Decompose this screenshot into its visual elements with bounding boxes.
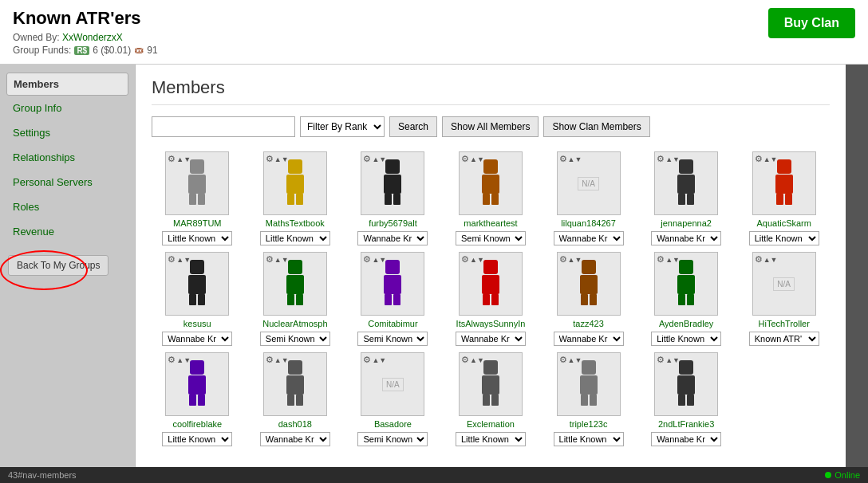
gear-icon[interactable]: ⚙ bbox=[363, 254, 371, 265]
sort-arrows[interactable]: ▲▼ bbox=[372, 356, 386, 364]
sort-arrows[interactable]: ▲▼ bbox=[274, 256, 289, 264]
gear-icon[interactable]: ⚙ bbox=[266, 154, 274, 164]
sort-arrows[interactable]: ▲▼ bbox=[665, 356, 680, 364]
rank-select[interactable]: Little KnownWannabe KrSemi KnownKnown AT… bbox=[162, 432, 232, 446]
sort-arrows[interactable]: ▲▼ bbox=[470, 356, 484, 364]
rank-select[interactable]: Little KnownWannabe KrSemi KnownKnown AT… bbox=[357, 231, 428, 245]
member-name[interactable]: Comitabimur bbox=[368, 319, 417, 328]
rank-select[interactable]: Little KnownWannabe KrSemi KnownKnown AT… bbox=[260, 432, 330, 446]
gear-icon[interactable]: ⚙ bbox=[266, 355, 274, 365]
show-clan-button[interactable]: Show Clan Members bbox=[543, 116, 649, 137]
rank-select[interactable]: Little KnownWannabe KrSemi KnownKnown AT… bbox=[554, 332, 624, 346]
rank-select[interactable]: Little KnownWannabe KrSemi KnownKnown AT… bbox=[651, 432, 721, 446]
sort-arrows[interactable]: ▲▼ bbox=[665, 256, 680, 264]
member-name[interactable]: MAR89TUM bbox=[173, 218, 222, 228]
rank-select[interactable]: Little KnownWannabe KrSemi KnownKnown AT… bbox=[456, 332, 526, 346]
gear-icon[interactable]: ⚙ bbox=[363, 154, 371, 164]
sidebar-item-roles[interactable]: Roles bbox=[0, 194, 135, 219]
gear-icon[interactable]: ⚙ bbox=[559, 254, 567, 265]
member-name[interactable]: 2ndLtFrankie3 bbox=[658, 419, 714, 429]
rank-select[interactable]: Little KnownWannabe KrSemi KnownKnown AT… bbox=[357, 432, 428, 446]
sort-arrows[interactable]: ▲▼ bbox=[763, 155, 778, 163]
member-name[interactable]: MathsTextbook bbox=[266, 218, 325, 228]
gear-icon[interactable]: ⚙ bbox=[755, 154, 763, 164]
sort-arrows[interactable]: ▲▼ bbox=[763, 256, 778, 264]
member-name[interactable]: HiTechTroller bbox=[759, 319, 810, 328]
gear-icon[interactable]: ⚙ bbox=[168, 355, 176, 365]
sort-arrows[interactable]: ▲▼ bbox=[665, 155, 680, 163]
sidebar-item-personal-servers[interactable]: Personal Servers bbox=[0, 170, 135, 194]
gear-icon[interactable]: ⚙ bbox=[657, 254, 665, 265]
gear-icon[interactable]: ⚙ bbox=[363, 355, 371, 365]
rank-select[interactable]: Little KnownWannabe KrSemi KnownKnown AT… bbox=[260, 231, 330, 245]
search-button[interactable]: Search bbox=[389, 116, 437, 137]
sort-arrows[interactable]: ▲▼ bbox=[274, 356, 289, 364]
right-chrome bbox=[846, 65, 868, 467]
sidebar-item-revenue[interactable]: Revenue bbox=[0, 219, 135, 244]
online-label: Online bbox=[834, 470, 860, 480]
member-name[interactable]: NuclearAtmosph bbox=[262, 319, 327, 328]
gear-icon[interactable]: ⚙ bbox=[461, 355, 469, 365]
rank-select[interactable]: Little KnownWannabe KrSemi KnownKnown AT… bbox=[357, 332, 428, 346]
gear-icon[interactable]: ⚙ bbox=[559, 154, 567, 164]
sort-arrows[interactable]: ▲▼ bbox=[372, 256, 386, 264]
member-name[interactable]: marktheartest bbox=[464, 218, 517, 228]
rank-select[interactable]: Little KnownWannabe KrSemi KnownKnown AT… bbox=[260, 332, 330, 346]
gear-icon[interactable]: ⚙ bbox=[461, 254, 469, 265]
rank-select[interactable]: Little KnownWannabe KrSemi KnownKnown AT… bbox=[749, 231, 819, 245]
member-name[interactable]: Basadore bbox=[374, 419, 412, 429]
rank-select[interactable]: Little KnownWannabe KrSemi KnownKnown AT… bbox=[456, 231, 526, 245]
sidebar-item-group-info[interactable]: Group Info bbox=[0, 96, 135, 120]
sort-arrows[interactable]: ▲▼ bbox=[568, 256, 582, 264]
rank-select[interactable]: Little KnownWannabe KrSemi KnownKnown AT… bbox=[554, 432, 624, 446]
rank-select[interactable]: Little KnownWannabe KrSemi KnownKnown AT… bbox=[456, 432, 526, 446]
sort-arrows[interactable]: ▲▼ bbox=[470, 256, 484, 264]
sidebar-item-settings[interactable]: Settings bbox=[0, 120, 135, 145]
show-all-button[interactable]: Show All Members bbox=[442, 116, 539, 137]
rank-filter-select[interactable]: Filter By Rank Little Known Wannabe Kr S… bbox=[300, 116, 385, 137]
sidebar-item-members[interactable]: Members bbox=[6, 73, 128, 96]
member-name[interactable]: coolfireblake bbox=[172, 419, 222, 429]
gear-icon[interactable]: ⚙ bbox=[755, 254, 763, 265]
sort-arrows[interactable]: ▲▼ bbox=[176, 256, 191, 264]
rank-select[interactable]: Little KnownWannabe KrSemi KnownKnown AT… bbox=[749, 332, 819, 346]
member-name[interactable]: ItsAlwaysSunnyIn bbox=[456, 319, 526, 328]
back-to-groups-button[interactable]: Back To My Groups bbox=[8, 255, 108, 276]
rank-select[interactable]: Little KnownWannabe KrSemi KnownKnown AT… bbox=[162, 332, 232, 346]
gear-icon[interactable]: ⚙ bbox=[657, 154, 665, 164]
rank-select[interactable]: Little KnownWannabe KrSemi KnownKnown AT… bbox=[651, 332, 721, 346]
content-area: Members Filter By Rank Little Known Wann… bbox=[136, 65, 846, 467]
online-dot bbox=[825, 472, 831, 478]
sort-arrows[interactable]: ▲▼ bbox=[372, 155, 386, 163]
sort-arrows[interactable]: ▲▼ bbox=[176, 356, 191, 364]
owner-name-link[interactable]: XxWonderzxX bbox=[62, 32, 123, 43]
sort-arrows[interactable]: ▲▼ bbox=[568, 155, 582, 163]
gear-icon[interactable]: ⚙ bbox=[657, 355, 665, 365]
member-name[interactable]: tazz423 bbox=[573, 319, 604, 328]
gear-icon[interactable]: ⚙ bbox=[461, 154, 469, 164]
member-name[interactable]: AydenBradley bbox=[659, 319, 713, 328]
member-name[interactable]: Exclemation bbox=[467, 419, 515, 429]
gear-icon[interactable]: ⚙ bbox=[168, 254, 176, 265]
member-name[interactable]: triple123c bbox=[570, 419, 608, 429]
member-name[interactable]: kesusu bbox=[183, 319, 211, 328]
sidebar-item-relationships[interactable]: Relationships bbox=[0, 145, 135, 170]
sort-arrows[interactable]: ▲▼ bbox=[470, 155, 484, 163]
member-name[interactable]: lilquan184267 bbox=[561, 218, 616, 228]
member-name[interactable]: AquaticSkarm bbox=[756, 218, 811, 228]
search-input[interactable] bbox=[152, 116, 295, 137]
avatar-figure bbox=[279, 260, 311, 308]
gear-icon[interactable]: ⚙ bbox=[168, 154, 176, 164]
rank-select[interactable]: Little KnownWannabe KrSemi KnownKnown AT… bbox=[554, 231, 624, 245]
buy-clan-button[interactable]: Buy Clan bbox=[768, 8, 855, 38]
sort-arrows[interactable]: ▲▼ bbox=[274, 155, 289, 163]
member-name[interactable]: jennapenna2 bbox=[661, 218, 712, 228]
rank-select[interactable]: Little KnownWannabe KrSemi KnownKnown AT… bbox=[651, 231, 721, 245]
sort-arrows[interactable]: ▲▼ bbox=[568, 356, 582, 364]
sort-arrows[interactable]: ▲▼ bbox=[176, 155, 191, 163]
member-name[interactable]: furby5679alt bbox=[369, 218, 417, 228]
rank-select[interactable]: Little KnownWannabe KrSemi KnownKnown AT… bbox=[162, 231, 232, 245]
gear-icon[interactable]: ⚙ bbox=[559, 355, 567, 365]
gear-icon[interactable]: ⚙ bbox=[266, 254, 274, 265]
member-name[interactable]: dash018 bbox=[278, 419, 312, 429]
